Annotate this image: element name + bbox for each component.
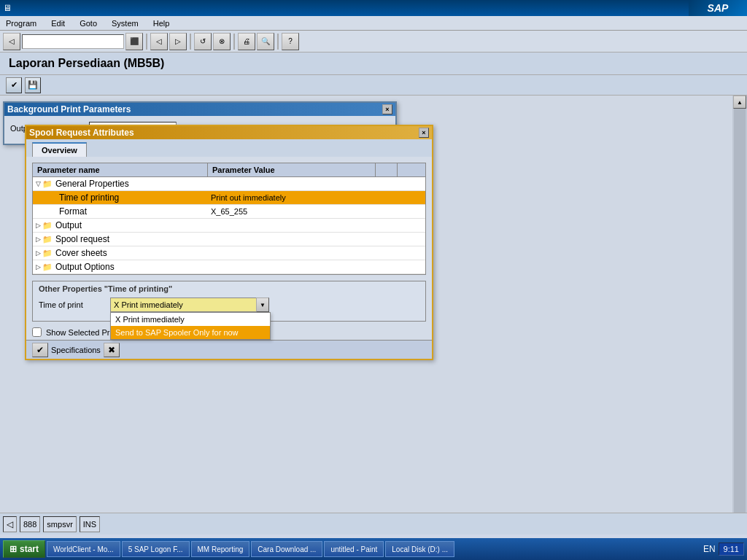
tree-cell-name: Time of printing (33, 191, 208, 204)
taskbar-clock: 9:11 (719, 542, 744, 556)
tree-container: Parameter name Parameter Value ▽ 📁 Gener… (32, 163, 426, 275)
title-bar-icon: 🖥 (3, 3, 12, 13)
dialog-bg-print-close[interactable]: × (382, 104, 392, 114)
title-bar-left: 🖥 (3, 3, 12, 13)
dialog-bg-print-title: Background Print Parameters × (4, 103, 395, 116)
row-name: Time of printing (59, 192, 119, 203)
row-name: Output Options (55, 262, 115, 272)
tree-col-action (376, 163, 398, 176)
table-row[interactable]: ▽ 📁 General Properties (33, 177, 425, 191)
taskbar-item-2[interactable]: MM Reporting (191, 541, 250, 557)
main-area: ▲ ▼ Background Print Parameters × Output… (0, 96, 747, 534)
status-nav[interactable]: ◁ (3, 516, 17, 532)
other-properties-title: Other Properties "Time of printing" (39, 284, 419, 293)
taskbar-item-0[interactable]: WorldClient - Mo... (47, 541, 120, 557)
print-button[interactable]: 🖨 (238, 33, 255, 50)
tab-bar: Overview (26, 139, 432, 157)
scroll-up-button[interactable]: ▲ (733, 96, 746, 109)
folder-icon: 📁 (42, 262, 53, 272)
expand-icon[interactable]: ▷ (36, 249, 41, 257)
tree-cell-value: X_65_255 (208, 206, 376, 217)
confirm-icon: ✔ (36, 345, 44, 355)
expand-icon[interactable]: ▽ (36, 180, 41, 187)
scroll-track (734, 109, 746, 521)
taskbar: ⊞ start WorldClient - Mo... 5 SAP Logon … (0, 538, 747, 560)
confirm-button[interactable]: ✔ (32, 343, 48, 357)
row-name: General Properties (55, 179, 129, 189)
time-of-print-value: X Print immediately (111, 300, 268, 309)
status-mode: INS (80, 516, 100, 532)
refresh-button[interactable]: ↺ (194, 33, 212, 50)
tab-overview[interactable]: Overview (32, 142, 87, 157)
folder-icon: 📁 (42, 249, 53, 258)
dropdown-list: X Print immediately Send to SAP Spooler … (110, 312, 271, 340)
menu-bar: Program Edit Goto System Help (0, 16, 747, 31)
table-row[interactable]: Time of printing Print out immediately (33, 191, 425, 205)
taskbar-item-3[interactable]: Cara Download ... (251, 541, 322, 557)
menu-goto[interactable]: Goto (77, 18, 100, 29)
row-name: Output (55, 220, 82, 230)
execute-button[interactable]: ✔ (6, 77, 22, 93)
folder-icon: 📁 (42, 221, 53, 230)
table-row[interactable]: ▷ 📁 Output (33, 219, 425, 233)
expand-icon[interactable]: ▷ (36, 263, 41, 271)
tree-cell-name: ▷ 📁 Output (33, 219, 208, 232)
toolbar: ◁ ⬛ ◁ ▷ ↺ ⊗ 🖨 🔍 ? (0, 31, 747, 52)
table-row[interactable]: ▷ 📁 Output Options (33, 260, 425, 274)
expand-icon[interactable]: ▷ (36, 222, 41, 229)
tree-cell-name: ▷ 📁 Output Options (33, 260, 208, 273)
status-server: 888 (20, 516, 40, 532)
app-title: Laporan Persediaan (MB5B) (9, 57, 164, 70)
folder-icon: 📁 (42, 179, 53, 189)
dropdown-option-1[interactable]: X Print immediately (111, 313, 270, 326)
tree-cell-value: Print out immediately (208, 192, 376, 203)
cancel-button[interactable]: ✖ (104, 343, 120, 357)
toolbar-btn-1[interactable]: ⬛ (125, 33, 143, 50)
table-row[interactable]: ▷ 📁 Spool request (33, 233, 425, 246)
stop-button[interactable]: ⊗ (213, 33, 231, 50)
dropdown-button[interactable]: ▼ (256, 298, 269, 312)
status-bar: ◁ 888 smpsvr INS (0, 513, 747, 534)
dialog-spool-close[interactable]: × (419, 128, 429, 138)
right-scrollbar[interactable]: ▲ ▼ (732, 96, 747, 534)
next-button[interactable]: ▷ (169, 33, 187, 50)
menu-system[interactable]: System (109, 18, 142, 29)
taskbar-item-5[interactable]: Local Disk (D:) ... (385, 541, 454, 557)
prev-button[interactable]: ◁ (150, 33, 168, 50)
spool-bottom-bar: ✔ Specifications ✖ (26, 340, 432, 359)
tree-cell-name: ▽ 📁 General Properties (33, 177, 208, 190)
sep-1 (146, 34, 147, 50)
tree-cell-value (208, 238, 376, 241)
save-button[interactable]: 💾 (25, 77, 41, 93)
menu-edit[interactable]: Edit (48, 18, 68, 29)
start-label: start (20, 544, 39, 554)
tree-cell-name: ▷ 📁 Spool request (33, 233, 208, 246)
find-button[interactable]: 🔍 (257, 33, 274, 50)
dialog-bg-print-title-text: Background Print Parameters (7, 104, 131, 114)
table-row[interactable]: Format X_65_255 (33, 205, 425, 219)
app-toolbar: ✔ 💾 (0, 75, 747, 96)
tree-cell-value (208, 224, 376, 227)
nav-left-icon: ◁ (7, 519, 13, 529)
table-row[interactable]: ▷ 📁 Cover sheets (33, 246, 425, 260)
menu-help[interactable]: Help (150, 18, 173, 29)
dialog-spool-title-text: Spool Request Attributes (29, 128, 134, 138)
help-button[interactable]: ? (282, 33, 299, 50)
dialog-spool: Spool Request Attributes × Overview Para… (25, 125, 433, 360)
back-button[interactable]: ◁ (3, 33, 20, 50)
show-params-checkbox[interactable] (32, 327, 42, 337)
menu-program[interactable]: Program (3, 18, 39, 29)
specifications-label: Specifications (51, 346, 101, 354)
time-of-print-label: Time of print (39, 300, 104, 309)
tree-cell-name: ▷ 📁 Cover sheets (33, 246, 208, 260)
sep-4 (277, 34, 279, 50)
dropdown-option-2[interactable]: Send to SAP Spooler Only for now (111, 326, 270, 339)
expand-icon[interactable]: ▷ (36, 236, 41, 243)
app-header: Laporan Persediaan (MB5B) (0, 52, 747, 75)
taskbar-item-4[interactable]: untitled - Paint (324, 541, 384, 557)
taskbar-item-1[interactable]: 5 SAP Logon F... (122, 541, 190, 557)
start-button[interactable]: ⊞ start (3, 540, 45, 558)
command-input[interactable] (22, 34, 124, 49)
tree-col-value: Parameter Value (208, 163, 376, 176)
tree-header: Parameter name Parameter Value (33, 163, 425, 177)
